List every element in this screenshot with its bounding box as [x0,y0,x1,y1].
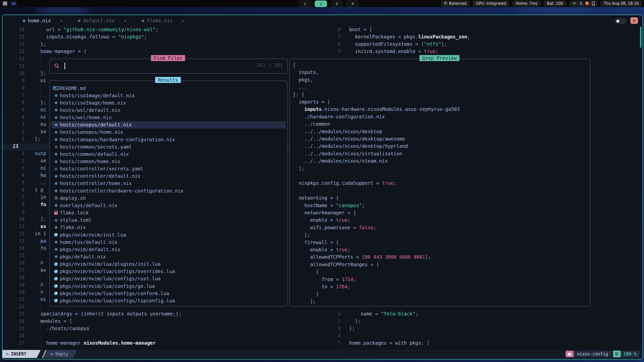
code-token: initrd.systemd.enable [349,49,415,54]
workspace-2-active[interactable]: 2 [315,1,327,7]
code-token: pkgs, [293,77,313,82]
preview-line: to = 1764; [293,284,350,291]
grep-preview-lines: { inputs, pkgs, ...}: { imports = [ inpu… [289,59,590,306]
code-line[interactable]: 7 kernelPackages = pkgs.linuxPackages_ze… [328,34,636,41]
file-result[interactable]: hosts/common/secrets.yaml [52,143,285,150]
file-result[interactable]: hosts/wsl/default.nix [52,106,285,114]
file-result[interactable]: overlays/default.nix [52,202,285,209]
firefox-icon[interactable] [585,2,589,6]
scrollbar-thumb[interactable] [640,27,641,48]
clock-module[interactable]: Thu Aug 08, 18:16 [600,1,642,7]
launcher-icon[interactable] [2,1,8,6]
file-result[interactable]: README.md [52,84,285,92]
workspace-4[interactable]: 4 [346,1,359,7]
workspace-3[interactable]: 3 [331,1,343,7]
toggle-knob [616,20,619,23]
window-toggle[interactable] [615,19,626,24]
file-result[interactable]: hosts/controller/hardware-configuration.… [52,187,285,194]
file-result-label: stylua.toml [60,217,92,223]
gpu-module[interactable]: GPU: Integrated [473,1,509,7]
code-line[interactable]: 2 }; [328,318,636,326]
code-line[interactable]: 4 [328,333,636,340]
file-result[interactable]: hosts/controller/default.nix [52,172,285,180]
file-result[interactable]: stylua.toml [52,216,285,224]
file-result[interactable]: pkgs/nvim/nvim/lua/configs/conform.lua [52,290,285,297]
project-name[interactable]: nixos-config [574,351,612,357]
battery-module[interactable]: Bat: 100 [544,1,566,7]
file-result[interactable]: hosts/wsl/home.nix [52,114,285,121]
file-result[interactable]: hosts/common/default.nix [52,150,285,158]
code-token: ; [362,203,365,208]
file-result[interactable]: hosts/controller/home.nix [52,180,285,187]
file-result[interactable]: pkgs/nvim/default.nix [52,246,285,253]
code-token: }; [349,326,355,331]
code-token: supportedFilesystems [349,41,413,47]
code-token: = [327,284,336,289]
preview-line: ../../modules/nixos/steam.nix [293,158,388,165]
code-token: = { [327,240,339,245]
file-result[interactable]: pkgs/nvim/nvim/init.lua [52,231,285,238]
bluetooth-icon[interactable] [579,2,582,6]
nix-file-icon [52,224,60,231]
preview-line: wifi.powersave = false; [293,225,376,232]
code-line[interactable]: 1 name = "Tela-black"; [328,311,636,318]
file-result-label: pkgs/nvim/nvim/lua/configs/conform.lua [60,291,169,296]
code-token: ... [293,84,307,90]
file-result-label: home/tux/default.nix [60,239,117,245]
text-cursor [64,63,65,69]
wm-logo[interactable]: $W [10,1,17,6]
file-result-label: overlays/default.nix [60,203,117,208]
file-result[interactable]: hosts/isoImage/default.nix [52,92,285,99]
phone-icon[interactable] [592,2,595,6]
file-result[interactable]: pkgs/nvim/nvim/lua/configs/go.lua [52,282,285,290]
file-result[interactable]: pkgs/nvim/nvim/lua/plugins/init.lua [52,260,285,268]
code-token: ../../modules/nixos/desktop [293,129,382,134]
code-token: true [336,247,348,252]
code-token: true [424,49,435,54]
code-token: = [350,225,359,230]
code-line[interactable]: 5 initrd.systemd.enable = true; [328,49,636,56]
file-result[interactable]: pkgs/nvim/nvim/lua/configs/lspconfig.lua [52,297,285,304]
line-number: 8 [328,27,341,32]
line-number: 3 [328,326,341,331]
code-token: ../../modules/nixos/steam.nix [293,158,388,164]
code-token: boot [349,27,361,32]
file-result[interactable]: deploy.sh [52,194,285,202]
file-result[interactable]: pkgs/default.nix [52,253,285,260]
nix-file-icon [52,128,60,136]
file-result-label: hosts/controller/default.nix [60,173,140,179]
nix-file-icon [52,172,60,180]
preview-line: ../../modules/nixos/desktop/awesome [293,136,405,143]
preview-line: allowedTCPPortRanges = [ [293,262,379,269]
file-result-label: pkgs/nvim/nvim/lua/plugins/init.lua [60,261,160,267]
file-result[interactable]: hosts/canopus/default.nix [51,121,286,128]
file-result[interactable]: hosts/canopus/home.nix [52,128,285,136]
code-line[interactable]: 3}; [328,326,636,333]
file-result[interactable]: hosts/common/home.nix [52,158,285,165]
code-line[interactable]: 8boot = { [328,27,636,34]
code-line[interactable]: 6 supportedFilesystems = ["ntfs"]; [328,41,636,49]
ping-module[interactable]: Home: 7ms [512,1,541,7]
file-result-label: pkgs/nvim/nvim/lua/configs/overrides.lua [60,268,175,274]
code-token: true [336,217,348,223]
file-result[interactable]: flake.nix [52,224,285,231]
workspace-1[interactable]: 1 [299,1,311,7]
power-profile-module[interactable]: P: Balanced [441,1,470,7]
code-line[interactable]: 5home.packages = with pkgs; [ [328,340,636,347]
code-token: ../../modules/nixos/desktop/hyprland [293,143,408,149]
file-result[interactable]: pkgs/nvim/nvim/lua/configs/rust.lua [52,275,285,282]
file-result[interactable]: pkgs/nvim/nvim/lua/configs/overrides.lua [52,268,285,275]
file-result[interactable]: home/tux/default.nix [52,238,285,246]
file-result[interactable]: hosts/controller/secrets.yaml [52,165,285,172]
preview-line: firewall = { [293,240,339,247]
file-result[interactable]: hosts/canopus/hardware-configuration.nix [52,136,285,143]
file-result[interactable]: flake.lock [52,209,285,216]
wifi-icon[interactable] [572,2,577,6]
preview-line: inputs.nixos-hardware.nixosModules.asus-… [293,106,460,114]
file-result[interactable]: hosts/isoImage/home.nix [52,99,285,106]
code-token: "ntfs" [424,41,441,47]
code-token: = [373,180,382,186]
nix-file-icon [52,92,60,99]
close-button[interactable]: × [630,17,638,24]
preview-line: }; [293,232,310,239]
